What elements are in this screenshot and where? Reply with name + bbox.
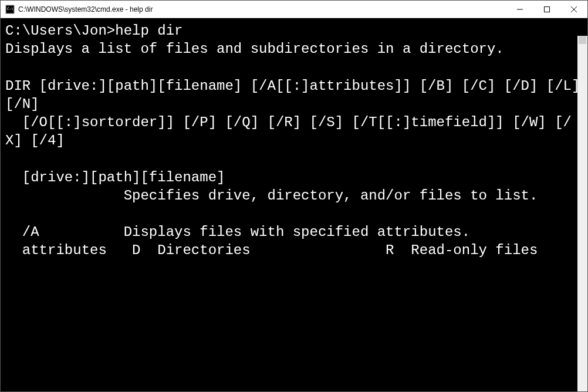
window-title: C:\WINDOWS\system32\cmd.exe - help dir [18, 5, 506, 13]
svg-text:C:\: C:\ [7, 6, 13, 11]
cmd-window: C:\ C:\WINDOWS\system32\cmd.exe - help d… [0, 0, 588, 392]
cmd-icon: C:\ [5, 5, 15, 14]
output-line: [drive:][path][filename] [5, 170, 225, 185]
minimize-button[interactable] [506, 1, 533, 18]
window-controls [506, 1, 587, 18]
output-line: [/O[[:]sortorder]] [/P] [/Q] [/R] [/S] [… [5, 114, 572, 148]
output-line: attributes D Directories R Read-only fil… [5, 242, 538, 258]
vertical-scrollbar[interactable] [577, 36, 587, 391]
terminal-output[interactable]: C:\Users\Jon>help dir Displays a list of… [1, 18, 587, 391]
scrollbar-thumb[interactable] [579, 36, 586, 44]
output-line: /A Displays files with specified attribu… [5, 224, 470, 240]
typed-command: help dir [115, 23, 183, 39]
prompt: C:\Users\Jon> [5, 23, 115, 39]
titlebar[interactable]: C:\ C:\WINDOWS\system32\cmd.exe - help d… [1, 1, 587, 18]
output-line: DIR [drive:][path][filename] [/A[[:]attr… [5, 78, 587, 112]
maximize-button[interactable] [533, 1, 560, 18]
svg-rect-3 [545, 6, 550, 12]
output-line: Specifies drive, directory, and/or files… [5, 188, 538, 204]
close-button[interactable] [560, 1, 587, 18]
output-line: Displays a list of files and subdirector… [5, 41, 504, 57]
